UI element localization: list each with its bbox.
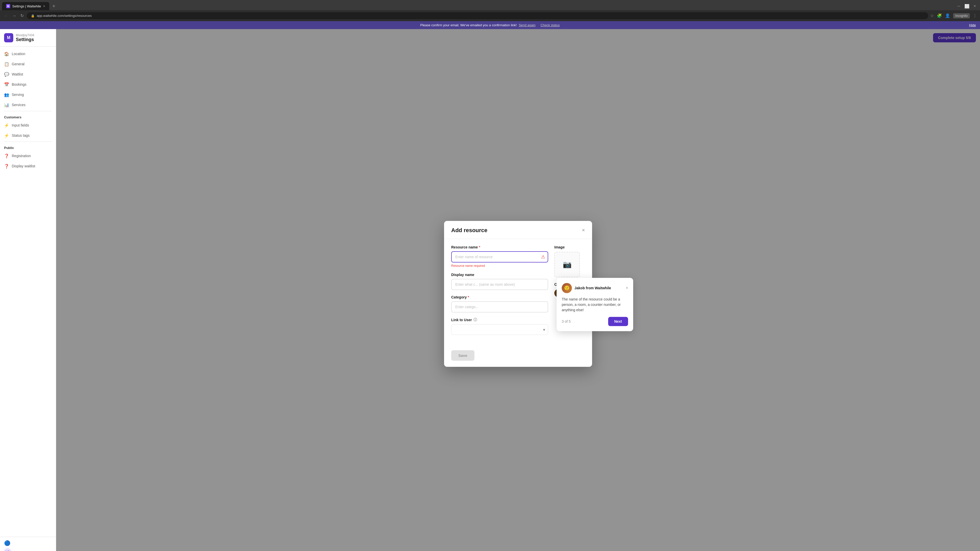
sidebar-item-status-tags[interactable]: ⚡ Status tags	[0, 130, 56, 141]
sidebar-item-bookings[interactable]: 📅 Bookings	[0, 79, 56, 89]
input-fields-icon: ⚡	[4, 123, 9, 128]
extensions-icon[interactable]: 🧩	[937, 13, 942, 18]
sidebar-item-label: Status tags	[12, 133, 30, 138]
link-to-user-group: Link to User ⓘ ▾	[451, 318, 548, 335]
category-label: Category *	[451, 295, 548, 299]
image-section-label: Image	[554, 245, 585, 249]
sidebar-item-display-waitlist[interactable]: ❓ Display waitlist	[0, 161, 56, 171]
bookmark-icon[interactable]: ☆	[930, 13, 934, 18]
sidebar-item-label: Services	[12, 103, 25, 107]
tooltip-next-button[interactable]: Next	[608, 317, 628, 326]
category-required-asterisk: *	[468, 295, 469, 299]
public-section-label: Public	[0, 143, 56, 151]
tab-favicon: M	[6, 4, 10, 8]
hide-notification-button[interactable]: Hide	[969, 23, 976, 27]
input-error-icon: ⚠	[541, 254, 545, 260]
tab-title: Settings | Waitwhile	[12, 4, 41, 8]
serving-icon: 👥	[4, 92, 9, 97]
browser-toolbar: ← → ↻ 🔒 app.waitwhile.com/settings/resou…	[0, 10, 980, 21]
sidebar-item-label: Registration	[12, 154, 31, 158]
status-tags-icon: ⚡	[4, 133, 9, 138]
bookings-icon: 📅	[4, 82, 9, 87]
app-layout: M Moodjoy7434 Settings 🏠 Location 📋 Gene…	[0, 29, 980, 551]
sidebar-nav: 🏠 Location 📋 General 💬 Waitlist 📅 Bookin…	[0, 47, 56, 537]
tooltip-popup: 🙂 Jakob from Waitwhile × The name of the…	[557, 278, 633, 331]
sidebar-item-general[interactable]: 📋 General	[0, 59, 56, 69]
resource-name-input[interactable]	[451, 251, 548, 262]
display-name-input[interactable]	[451, 279, 548, 290]
category-input[interactable]	[451, 301, 548, 313]
save-button[interactable]: Save	[451, 350, 474, 361]
sidebar-item-label: Location	[12, 52, 25, 56]
toolbar-actions: ☆ 🧩 👤 Incognito ⋮	[930, 13, 977, 18]
incognito-badge[interactable]: Incognito	[953, 13, 970, 18]
display-name-group: Display name	[451, 273, 548, 290]
close-window-button[interactable]: ×	[974, 4, 976, 9]
required-asterisk: *	[479, 245, 480, 249]
sidebar-avatar-letter: M	[7, 35, 10, 40]
sidebar-item-label: General	[12, 62, 24, 66]
sidebar-item-location[interactable]: 🏠 Location	[0, 49, 56, 59]
sidebar-item-label: Serving	[12, 93, 24, 97]
sidebar-footer-help[interactable]: LD	[4, 548, 52, 551]
maximize-button[interactable]: ⬜	[964, 4, 969, 9]
display-name-label: Display name	[451, 273, 548, 277]
sidebar-username: Moodjoy7434	[16, 33, 34, 37]
modal-form-column: Resource name * ⚠ Resource name required	[451, 245, 548, 340]
modal-footer: Save	[444, 346, 592, 367]
tooltip-avatar-image: 🙂	[562, 283, 572, 293]
calendar-icon: 📋	[4, 62, 9, 67]
sidebar-item-label: Waitlist	[12, 72, 23, 76]
sidebar-item-waitlist[interactable]: 💬 Waitlist	[0, 69, 56, 79]
sidebar-footer-orb[interactable]: 🔵	[4, 540, 52, 546]
notification-bar: Please confirm your email. We've emailed…	[0, 21, 980, 29]
modal-overlay: Add resource × Resource name *	[56, 29, 980, 551]
sidebar-item-serving[interactable]: 👥 Serving	[0, 89, 56, 100]
notification-text: Please confirm your email. We've emailed…	[420, 23, 517, 27]
send-again-link[interactable]: Send again	[519, 23, 536, 27]
sidebar-item-label: Display waitlist	[12, 164, 35, 168]
address-bar[interactable]: 🔒 app.waitwhile.com/settings/resources	[27, 12, 928, 19]
sidebar-item-services[interactable]: 📊 Services	[0, 100, 56, 110]
image-upload-area[interactable]: 📷	[554, 252, 580, 277]
display-waitlist-icon: ❓	[4, 164, 9, 168]
modal-close-button[interactable]: ×	[582, 227, 585, 233]
back-button[interactable]: ←	[3, 13, 9, 19]
services-icon: 📊	[4, 102, 9, 107]
tab-close-button[interactable]: ×	[43, 4, 45, 8]
new-tab-button[interactable]: +	[50, 2, 57, 10]
registration-icon: ❓	[4, 153, 9, 159]
browser-tabs: M Settings | Waitwhile × + ─ ⬜ ×	[0, 0, 980, 10]
tooltip-close-button[interactable]: ×	[626, 286, 628, 290]
sidebar-item-label: Input fields	[12, 123, 29, 127]
address-text: app.waitwhile.com/settings/resources	[37, 14, 92, 17]
menu-icon[interactable]: ⋮	[973, 13, 977, 18]
profile-icon[interactable]: 👤	[945, 13, 950, 18]
resource-name-error: Resource name required	[451, 264, 548, 268]
home-icon: 🏠	[4, 51, 9, 56]
tooltip-body-text: The name of the resource could be a pers…	[562, 297, 628, 313]
minimize-button[interactable]: ─	[957, 4, 960, 9]
camera-icon: 📷	[563, 260, 572, 268]
modal-header: Add resource ×	[444, 221, 592, 239]
sidebar-item-input-fields[interactable]: ⚡ Input fields	[0, 120, 56, 130]
sidebar: M Moodjoy7434 Settings 🏠 Location 📋 Gene…	[0, 29, 56, 551]
link-to-user-select[interactable]	[451, 324, 548, 335]
browser-tab-active[interactable]: M Settings | Waitwhile ×	[2, 2, 49, 10]
reload-button[interactable]: ↻	[19, 12, 25, 19]
resource-name-group: Resource name * ⚠ Resource name required	[451, 245, 548, 268]
sidebar-item-label: Bookings	[12, 83, 27, 86]
sidebar-logo-avatar: M	[4, 33, 13, 42]
chat-icon: 💬	[4, 72, 9, 77]
modal-title: Add resource	[451, 227, 487, 233]
resource-name-label: Resource name *	[451, 245, 548, 249]
forward-button[interactable]: →	[11, 13, 18, 19]
browser-window-controls: ─ ⬜ ×	[957, 4, 978, 9]
sidebar-item-registration[interactable]: ❓ Registration	[0, 151, 56, 161]
link-to-user-help-icon[interactable]: ⓘ	[473, 318, 477, 322]
sidebar-footer: 🔵 LD	[0, 537, 56, 551]
check-status-link[interactable]: Check status	[541, 23, 560, 27]
tooltip-progress: 3 of 5	[562, 319, 571, 324]
resource-name-input-wrapper: ⚠	[451, 251, 548, 262]
tooltip-author-name: Jakob from Waitwhile	[574, 286, 623, 290]
